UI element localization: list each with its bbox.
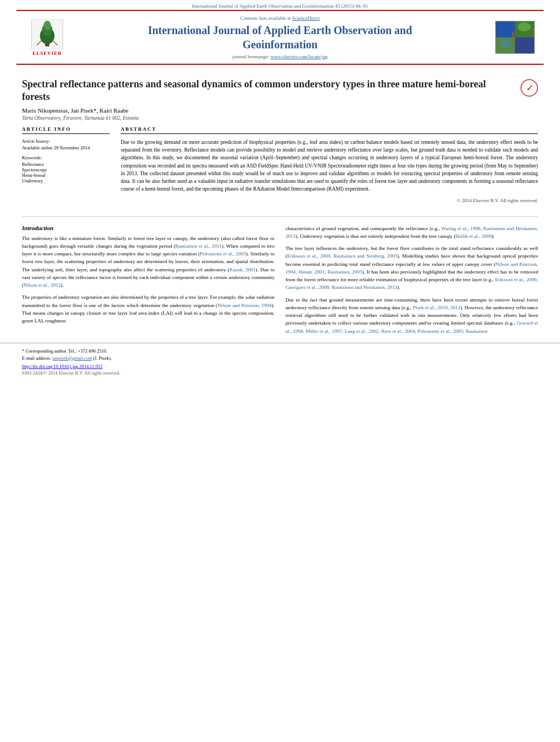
intro-para-2: The properties of understory vegetation … xyxy=(22,293,275,325)
right-para-3: Due to the fact that ground measurements… xyxy=(285,296,538,335)
crossmark-icon: ✓ xyxy=(520,79,538,97)
svg-rect-11 xyxy=(515,37,534,53)
abstract-heading: ABSTRACT xyxy=(121,126,538,134)
crossmark-area: ✓ xyxy=(516,78,538,97)
ref-hallik-2009: Hallik et al., 2009 xyxy=(455,233,491,239)
available-date: Available online 29 November 2014 xyxy=(22,145,110,150)
journal-homepage-link[interactable]: www.elsevier.com/locate/jag xyxy=(271,54,328,59)
abstract-text: Due to the growing demand on more accura… xyxy=(121,138,538,193)
ref-goward-1994: Goward et al., 1994; Miller et al., 1997… xyxy=(285,320,538,333)
top-bar: International Journal of Applied Earth O… xyxy=(0,0,560,10)
ref-nilson-peterson-1994b: Nilson and Peterson, 1994; Hanan, 2001; … xyxy=(285,261,538,275)
sciencedirect-link: Contents lists available at ScienceDirec… xyxy=(69,15,491,21)
body-right-col: characteristics of ground vegetation, an… xyxy=(285,225,538,339)
main-content: Spectral reflectance patterns and season… xyxy=(0,65,560,209)
body-columns: Introduction The understory is like a mi… xyxy=(0,225,560,339)
ref-pisek-2010: Pisek et al., 2010, 2012 xyxy=(413,305,461,310)
footnote-corresponding: * Corresponding author. Tel.: +372 696 2… xyxy=(22,348,538,355)
sciencedirect-anchor[interactable]: ScienceDirect xyxy=(292,15,320,21)
authors: Maris Nikopensius, Jan Pisek*, Kairi Raa… xyxy=(22,107,538,114)
doi-line: http://dx.doi.org/10.1016/j.jag.2014.11.… xyxy=(22,364,538,369)
elsevier-logo: ELSEVIER xyxy=(25,19,69,56)
svg-rect-8 xyxy=(496,21,515,37)
right-para-2: The tree layer influences the understory… xyxy=(285,244,538,292)
article-info-panel: ARTICLE INFO Article history: Available … xyxy=(22,126,110,203)
section-divider xyxy=(22,216,538,217)
keywords-block: Keywords: Reflectance Spectroscopy Hemi-… xyxy=(22,155,110,183)
footnote-email-link[interactable]: janpisek@gmail.com xyxy=(52,355,92,361)
ref-nilson-2012: Nilson et al., 2012 xyxy=(24,282,61,288)
abstract-section: ABSTRACT Due to the growing demand on mo… xyxy=(121,126,538,203)
keywords-list: Reflectance Spectroscopy Hemi-boreal Und… xyxy=(22,161,110,183)
article-history: Article history: Available online 29 Nov… xyxy=(22,138,110,150)
ref-peltoniemi-2005: Peltoniemi et al., 2005 xyxy=(200,251,246,256)
keywords-label: Keywords: xyxy=(22,155,110,160)
journal-name: International Journal of Applied Earth O… xyxy=(69,23,491,52)
ref-nilson-peterson-1994: Nilson and Peterson, 1994 xyxy=(217,303,272,308)
journal-title-area: Contents lists available at ScienceDirec… xyxy=(69,15,491,59)
elsevier-tree-icon xyxy=(31,19,64,49)
journal-cover-image xyxy=(491,21,535,54)
keyword-understory: Understory xyxy=(22,178,110,183)
keyword-spectroscopy: Spectroscopy xyxy=(22,167,110,172)
journal-citation: International Journal of Applied Earth O… xyxy=(192,3,368,9)
issn-line: 0303-2434/© 2014 Elsevier B.V. All right… xyxy=(22,370,538,376)
affiliation: Tartu Observatory, Tõravere, Tartumaa 61… xyxy=(22,115,538,121)
article-title-section: Spectral reflectance patterns and season… xyxy=(22,78,538,104)
keyword-hemi-boreal: Hemi-boreal xyxy=(22,172,110,178)
svg-rect-14 xyxy=(512,32,514,42)
elsevier-wordmark: ELSEVIER xyxy=(32,51,62,56)
doi-link[interactable]: http://dx.doi.org/10.1016/j.jag.2014.11.… xyxy=(22,364,103,369)
ref-eriksson-garrigues: Eriksson et al., 2006; Garrigues et al.,… xyxy=(285,277,538,290)
ref-kuusk-2001: Kuusk, 2001 xyxy=(229,267,256,272)
ref-eriksson-2006: Eriksson et al., 2006; Rautiainen and St… xyxy=(287,253,397,259)
svg-point-13 xyxy=(500,40,511,47)
journal-homepage: journal homepage: www.elsevier.com/locat… xyxy=(69,54,491,59)
keyword-reflectance: Reflectance xyxy=(22,161,110,167)
svg-point-4 xyxy=(43,20,51,30)
copyright-line: © 2014 Elsevier B.V. All rights reserved… xyxy=(121,198,538,203)
article-info-heading: ARTICLE INFO xyxy=(22,126,110,134)
journal-header: ELSEVIER Contents lists available at Sci… xyxy=(16,10,544,65)
right-para-1: characteristics of ground vegetation, an… xyxy=(285,225,538,241)
history-label: Article history: xyxy=(22,138,110,144)
svg-point-12 xyxy=(518,23,531,31)
journal-cover-placeholder xyxy=(495,21,535,54)
footnote-email: E-mail address: janpisek@gmail.com (J. P… xyxy=(22,355,538,362)
intro-title: Introduction xyxy=(22,225,275,231)
body-left-col: Introduction The understory is like a mi… xyxy=(22,225,275,339)
article-title: Spectral reflectance patterns and season… xyxy=(22,78,516,104)
intro-para-1: The understory is like a miniature fores… xyxy=(22,235,275,289)
footnote-section: * Corresponding author. Tel.: +372 696 2… xyxy=(0,343,560,376)
ref-waring-1998: Waring et al., 1998; Rautiainen and Heis… xyxy=(285,226,538,239)
article-info-abstract: ARTICLE INFO Article history: Available … xyxy=(22,126,538,203)
ref-rautiainen-2011: Rautiainen et al., 2011 xyxy=(175,243,222,249)
